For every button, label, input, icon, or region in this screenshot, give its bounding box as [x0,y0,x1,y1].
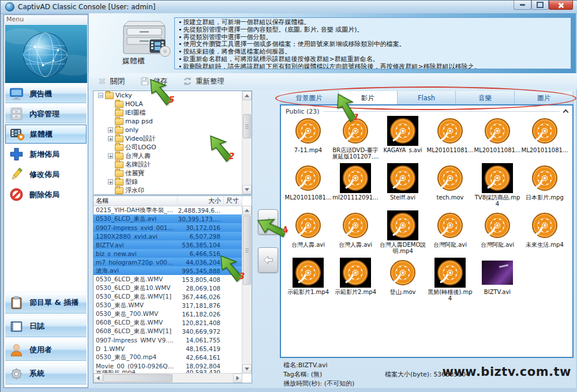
scroll-up-button[interactable] [242,91,252,100]
tab-圖片[interactable]: 圖片 [515,91,574,104]
table-row[interactable]: 0215_YIH-DAH換季冬裝_無音樂.avi2,488,394,6... [93,206,242,214]
sidebar-item-users[interactable]: 使用者 [5,339,87,361]
sidebar-item-add-layout[interactable]: 新增佈局 [5,145,87,164]
media-item[interactable]: KAGAYA_s.avi [379,116,426,163]
media-item[interactable]: TV8採訪商品.mp4 [474,163,521,210]
maximize-button[interactable] [531,1,549,10]
table-row[interactable]: BIZTV.avi536,385,104 [93,240,242,249]
media-item[interactable]: tech.mov [426,163,474,210]
table-row[interactable]: 0530_東岳.WMV317,181,876 [93,301,242,310]
tree-item[interactable]: HOLA [93,100,242,108]
expander-plus-icon[interactable]: + [108,179,113,184]
media-item[interactable]: 7-11.mp4 [284,116,332,163]
column-header-size[interactable]: 大小 [178,196,224,206]
table-row[interactable]: 0530_6LCD_東岳10.WMV28,069,108 [93,284,242,292]
tab-背景圖片[interactable]: 背景圖片 [280,91,339,104]
remove-files-button[interactable] [258,247,278,273]
sidebar-item-system[interactable]: 系統 [5,363,87,385]
media-item[interactable]: 黑鮪(轉檔後).mp4 [426,258,474,305]
media-item[interactable]: 台灣人壽DEMO說明.mp4 [379,210,426,258]
collapse-caret-icon[interactable] [563,109,568,114]
table-row[interactable]: 0530_6LCD_東岳.WMV[1]367,446,026 [93,292,242,301]
table-row[interactable]: Movie_00_(0910-0926Qsquare_P...18,092,80… [93,361,242,370]
expander-plus-icon[interactable]: + [108,153,113,159]
minimize-button[interactable] [514,1,531,10]
tree-item[interactable]: +型錄 [93,178,242,186]
table-row[interactable]: m7_hologram720p_v004.AVI44,036,204 [93,258,242,266]
media-item[interactable]: 示範影片2.mp4 [332,258,379,305]
table-row[interactable]: 1280X2880_xvid.avi6,507,298 [93,232,242,240]
table-row[interactable]: D_1.WMV48,165,419 [93,344,242,353]
table-row[interactable]: 0907-Impress_xvid_001.avi30,172,016 [93,223,242,232]
file-list-vertical-scrollbar[interactable] [242,206,252,374]
media-item[interactable]: BR店頭DVD-臺字展延版101207.... [332,116,379,163]
media-item[interactable]: ML201011081... [426,116,474,163]
tab-音樂[interactable]: 音樂 [456,91,515,104]
tree-item[interactable]: 名牌設計 [93,160,242,169]
scroll-up-button[interactable] [242,206,252,215]
sidebar-item-playlist[interactable]: 節目單 & 插播 [5,292,87,314]
column-header-dimensions[interactable]: 尺寸 [224,196,242,206]
sidebar-item-media-library[interactable]: 媒體櫃 [5,125,87,144]
scroll-left-button[interactable] [93,374,103,383]
column-header-name[interactable]: 名稱 [93,196,178,206]
title-bar[interactable]: CaptivAD Classic Console [User: admin] [1,1,577,14]
save-button[interactable]: 儲存 [140,76,167,86]
tree-item[interactable]: +Video設計 [93,134,242,143]
media-item[interactable]: 台灣阿龍.avi [426,210,474,258]
media-item[interactable]: ML201011081... [284,163,332,210]
close-button[interactable] [549,1,573,10]
table-row[interactable]: 0530_東岳_700.mp442,664,161 [93,353,242,361]
sidebar-item-edit-layout[interactable]: 修改佈局 [5,165,87,184]
sidebar-item-delete-layout[interactable]: 刪除佈局 [5,185,87,204]
table-row[interactable]: 滄海.avi995,345,888 [93,266,242,275]
media-item[interactable]: ML201011081... [474,116,521,163]
file-list-header[interactable]: 名稱 大小 尺寸 [93,196,242,206]
media-item[interactable]: 台灣人壽.avi [332,210,379,258]
media-item[interactable]: BIZTV.avi [474,258,521,305]
media-item[interactable]: 登山.mov [379,258,426,305]
refresh-button[interactable]: 重新整理 [182,76,224,86]
file-list-horizontal-scrollbar[interactable] [93,373,242,383]
table-row[interactable]: 0530_東岳_700.WMV161,182,026 [93,310,242,318]
tree-item[interactable]: −Vicky [93,91,242,100]
sidebar-item-content-mgmt[interactable]: 內容管理 [5,104,87,123]
tree-item[interactable]: +only [93,126,242,134]
scroll-down-button[interactable] [242,364,252,374]
tree-item[interactable]: 浮水印 [93,186,242,194]
expander-minus-icon[interactable]: − [98,93,103,98]
close-button[interactable]: 關閉 [97,76,125,86]
table-row[interactable]: 0907-Impress_WMV V9.wmv14,061,755 [93,336,242,344]
sidebar-item-ad-player[interactable]: 廣告機 [5,84,87,103]
tree-item[interactable]: map psd [93,117,242,126]
table-row[interactable]: 0530_6LCD_東岳.WMV153,805,408 [93,275,242,284]
media-item[interactable]: ml201112091... [332,163,379,210]
tree-item[interactable]: +台灣人壽 [93,152,242,160]
table-row[interactable]: 0608_6LCD_東岳.WMV120,821,408 [93,318,242,327]
tree-item[interactable]: 公司LOGO [93,143,242,152]
scroll-thumb[interactable] [243,216,251,285]
scroll-right-button[interactable] [233,374,242,383]
sidebar-item-log[interactable]: 日誌 [5,315,87,337]
media-item[interactable]: ML201011081... [521,116,568,163]
media-item[interactable]: 日本影片.mpg [521,163,568,210]
media-item[interactable]: 示範影片1.mp4 [284,258,332,305]
media-item[interactable]: 未來生活.mp4 [521,210,568,258]
scroll-thumb[interactable] [103,374,173,382]
scroll-thumb[interactable] [243,114,251,138]
tree-item[interactable]: IEI圖檔 [93,108,242,117]
scroll-down-button[interactable] [242,185,252,194]
media-item[interactable]: 台灣人壽.avi [284,210,332,258]
table-row[interactable]: 0530_6LCD_東岳.avi30,395,173,... [93,214,242,223]
tree-item[interactable]: 佳麗寶 [93,169,242,178]
expander-plus-icon[interactable]: + [108,136,113,141]
tab-影片[interactable]: 影片 [339,91,398,104]
add-files-button[interactable] [258,209,278,235]
expander-plus-icon[interactable]: + [108,127,113,133]
table-row[interactable]: biz_s_new.avi6,466,516 [93,249,242,258]
tree-vertical-scrollbar[interactable] [242,91,252,194]
table-row[interactable]: 0608_6LCD_東岳.WMV[1]340,669,972 [93,327,242,336]
tab-Flash[interactable]: Flash [398,91,456,104]
media-item[interactable]: Steiff.avi [379,163,426,210]
media-item[interactable]: 台灣阿龍.avi [474,210,521,258]
